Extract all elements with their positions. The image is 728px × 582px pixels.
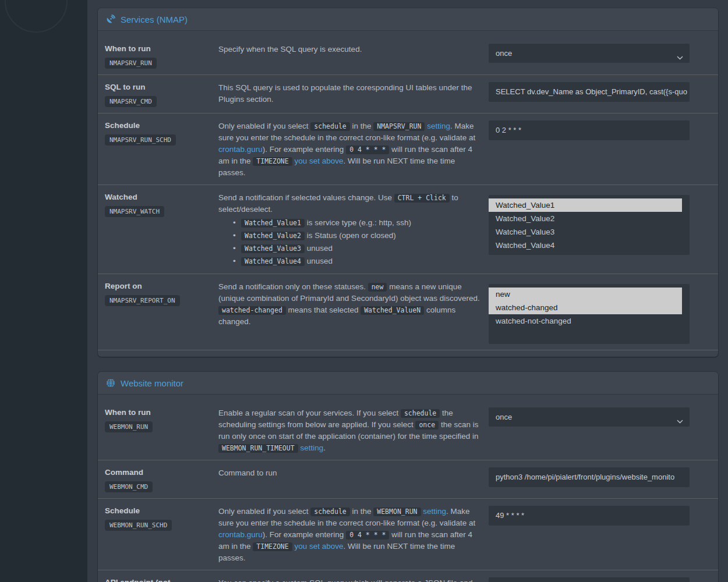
chevron-down-icon [676, 413, 684, 427]
description-link[interactable]: setting [423, 507, 446, 516]
setting-label: Schedule [105, 506, 218, 516]
NMAPSRV_RUN-select[interactable]: once [489, 44, 690, 63]
settings-content: Services (NMAP)When to runNMAPSRV_RUNSpe… [87, 0, 728, 582]
inline-code-chip: TIMEZONE [253, 542, 292, 551]
setting-description: This SQL query is used to populate the c… [218, 82, 489, 107]
description-link[interactable]: setting [427, 122, 450, 130]
bullet-item: •Watched_Value3 unused [233, 242, 482, 255]
description-link[interactable]: setting [300, 443, 323, 452]
setting-control: once [489, 407, 690, 454]
setting-row-WEBMON_RUN_SCHD: ScheduleWEBMON_RUN_SCHDOnly enabled if y… [98, 499, 718, 570]
setting-row-NMAPSRV_REPORT_ON: Report onNMAPSRV_REPORT_ONSend a notific… [98, 274, 718, 350]
description-link[interactable]: you set above [294, 157, 343, 165]
NMAPSRV_CMD-input[interactable]: SELECT dv.dev_Name as Object_PrimaryID, … [489, 82, 690, 102]
panel-title: Services (NMAP) [121, 15, 188, 24]
WEBMON_CMD-input[interactable]: python3 /home/pi/pialert/front/plugins/w… [489, 467, 690, 487]
setting-key-chip: NMAPSRV_RUN_SCHD [105, 134, 176, 146]
inline-code-chip: Watched_Value4 [241, 257, 305, 266]
inline-code-chip: Watched_Value1 [241, 219, 305, 228]
setting-label: When to run [105, 44, 218, 54]
setting-row-WEBMON_RUN: When to runWEBMON_RUNEnable a regular sc… [98, 400, 718, 460]
multiselect-option[interactable]: watched-not-changed [489, 314, 690, 328]
NMAPSRV_REPORT_ON-multiselect[interactable]: newwatched-changedwatched-not-changed [489, 284, 690, 344]
inline-code-chip: once [415, 421, 439, 430]
WEBMON_RUN-select[interactable]: once [489, 407, 690, 427]
setting-description: Command to run [218, 467, 489, 492]
bullet-dot: • [233, 217, 241, 229]
multiselect-option[interactable]: Watched_Value3 [489, 225, 690, 239]
panel-title: Website monitor [121, 378, 183, 388]
bullet-dot: • [233, 229, 241, 242]
setting-row-NMAPSRV_RUN_SCHD: ScheduleNMAPSRV_RUN_SCHDOnly enabled if … [98, 113, 718, 185]
settings-panel-services-nmap: Services (NMAP)When to runNMAPSRV_RUNSpe… [98, 8, 718, 357]
panel-body: When to runWEBMON_RUNEnable a regular sc… [98, 395, 718, 582]
setting-description: Send a notification only on these status… [218, 281, 489, 344]
panel-header: Services (NMAP) [98, 8, 718, 31]
inline-code-chip: TIMEZONE [253, 157, 292, 166]
multiselect-option[interactable]: Watched_Value2 [489, 212, 690, 225]
bullet-item: •Watched_Value4 unused [233, 255, 482, 268]
setting-label: Watched [105, 192, 218, 202]
setting-description: Only enabled if you select schedule in t… [218, 506, 489, 564]
setting-label: API endpoint (not implemented) [105, 577, 218, 582]
setting-key-chip: WEBMON_RUN [105, 421, 153, 432]
setting-key-chip: WEBMON_RUN_SCHD [105, 520, 172, 531]
app-sidebar [0, 0, 87, 582]
inline-code-chip: WEBMON_RUN_TIMEOUT [218, 444, 298, 453]
description-link[interactable]: you set above [294, 542, 343, 551]
setting-label-column: WatchedNMAPSRV_WATCH [105, 192, 218, 268]
setting-row-NMAPSRV_WATCH: WatchedNMAPSRV_WATCHSend a notification … [98, 185, 718, 274]
satellite-dish-icon [106, 15, 115, 24]
setting-key-chip: NMAPSRV_RUN [105, 58, 157, 69]
setting-label: Command [105, 467, 218, 477]
setting-label-column: CommandWEBMON_CMD [105, 467, 218, 492]
setting-description: Specify when the SQL query is executed. [218, 44, 489, 69]
inline-code-chip: 0 4 * * * [346, 146, 389, 154]
bullet-item: •Watched_Value2 is Status (open or close… [233, 229, 482, 242]
setting-label-column: When to runNMAPSRV_RUN [105, 44, 218, 69]
setting-control: once [489, 44, 690, 69]
description-link[interactable]: crontab.guru [218, 530, 263, 539]
settings-panel-website-monitor: Website monitorWhen to runWEBMON_RUNEnab… [98, 372, 718, 582]
sidebar-logo-swirl [5, 0, 68, 33]
setting-control: SELECT * FROM plugin_website_monitor [489, 577, 690, 582]
multiselect-option[interactable]: watched-changed [489, 301, 682, 314]
multiselect-option[interactable]: Watched_Value1 [489, 198, 682, 212]
inline-code-chip: watched-changed [218, 306, 286, 315]
settings-main-area: Services (NMAP)When to runNMAPSRV_RUNSpe… [87, 0, 728, 582]
setting-key-chip: NMAPSRV_REPORT_ON [105, 295, 180, 306]
bullet-dot: • [233, 242, 241, 254]
setting-label-column: ScheduleWEBMON_RUN_SCHD [105, 506, 218, 564]
setting-label: Schedule [105, 120, 218, 130]
setting-description: Enable a regular scan of your services. … [218, 407, 489, 454]
setting-label-column: SQL to runNMAPSRV_CMD [105, 82, 218, 107]
NMAPSRV_RUN_SCHD-input[interactable]: 0 2 * * * [489, 120, 690, 140]
multiselect-option[interactable]: new [489, 288, 682, 301]
inline-code-chip: schedule [310, 122, 349, 131]
bullet-dot: • [233, 255, 241, 267]
WEBMON_API_SQL-input[interactable]: SELECT * FROM plugin_website_monitor [489, 577, 690, 582]
setting-key-chip: NMAPSRV_WATCH [105, 206, 164, 217]
setting-key-chip: NMAPSRV_CMD [105, 96, 157, 107]
setting-key-chip: WEBMON_CMD [105, 481, 153, 492]
inline-code-chip: Watched_Value2 [241, 232, 305, 240]
NMAPSRV_WATCH-multiselect[interactable]: Watched_Value1Watched_Value2Watched_Valu… [489, 195, 690, 255]
panel-body: When to runNMAPSRV_RUNSpecify when the S… [98, 31, 718, 357]
setting-control: python3 /home/pi/pialert/front/plugins/w… [489, 467, 690, 492]
chevron-down-icon [676, 49, 684, 63]
inline-code-chip: schedule [310, 508, 349, 516]
inline-code-chip: WEBMON_RUN [373, 508, 420, 516]
description-link[interactable]: crontab.guru [218, 145, 263, 154]
setting-control: 49 * * * * [489, 506, 690, 564]
multiselect-option[interactable]: Watched_Value4 [489, 239, 690, 252]
WEBMON_RUN_SCHD-input[interactable]: 49 * * * * [489, 506, 690, 526]
inline-code-chip: 0 4 * * * [346, 531, 389, 540]
description-bullet-list: •Watched_Value1 is service type (e.g.: h… [218, 217, 482, 268]
setting-label: SQL to run [105, 82, 218, 92]
setting-control: 0 2 * * * [489, 120, 690, 179]
inline-code-chip: Watched_Value3 [241, 244, 305, 253]
inline-code-chip: schedule [401, 409, 440, 418]
setting-row-WEBMON_CMD: CommandWEBMON_CMDCommand to runpython3 /… [98, 460, 718, 499]
panel-header: Website monitor [98, 372, 718, 395]
inline-code-chip: new [368, 283, 387, 292]
